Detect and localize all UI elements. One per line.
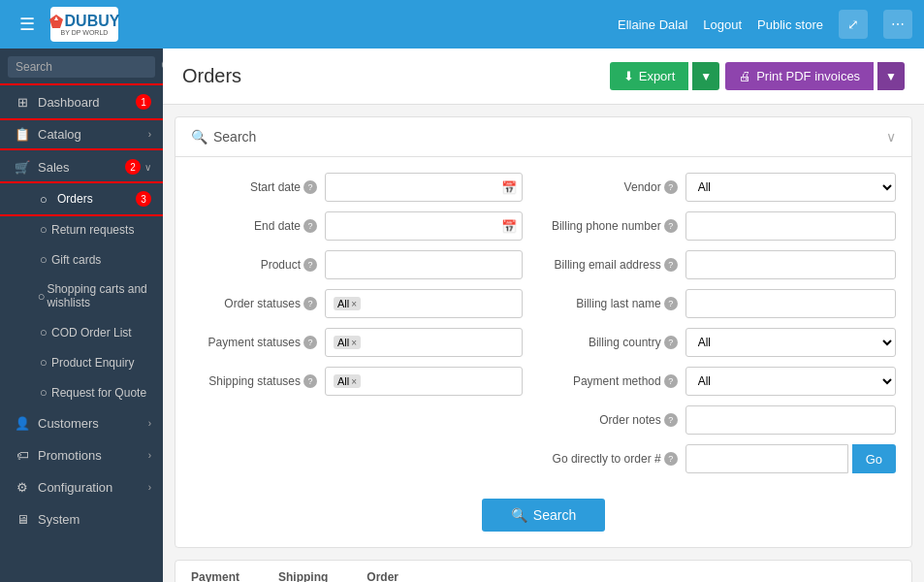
empty-left-row — [191, 405, 523, 435]
payment-statuses-help-icon[interactable]: ? — [303, 336, 317, 349]
sidebar-search-input[interactable] — [16, 60, 161, 74]
search-submit-button[interactable]: 🔍 Search — [482, 499, 605, 532]
go-directly-row: Go directly to order # ? Go — [552, 444, 896, 473]
payment-method-help-icon[interactable]: ? — [664, 374, 678, 388]
vendor-row: Vendor ? All — [552, 173, 896, 202]
product-help-icon[interactable]: ? — [303, 258, 317, 272]
sidebar-sub-item-return-requests[interactable]: ○ Return requests — [0, 214, 163, 244]
order-statuses-multiselect[interactable]: All × — [325, 289, 523, 318]
billing-country-select[interactable]: All — [685, 328, 896, 357]
sidebar-sub-item-rfq-label: Request for Quote — [51, 386, 146, 400]
configuration-chevron: › — [148, 482, 151, 493]
order-statuses-row: Order statuses ? All × — [191, 289, 523, 318]
sidebar-item-system-left: 🖥 System — [15, 512, 80, 527]
hamburger-button[interactable]: ☰ — [12, 10, 43, 39]
sidebar-item-promotions[interactable]: 🏷 Promotions › — [0, 439, 163, 471]
billing-phone-label: Billing phone number ? — [552, 219, 678, 233]
billing-phone-help-icon[interactable]: ? — [664, 219, 678, 233]
expand-icon-button[interactable]: ⤢ — [839, 10, 868, 39]
start-date-input[interactable] — [325, 173, 523, 202]
orders-badge: 3 — [136, 191, 151, 207]
print-dropdown-button[interactable]: ▼ — [877, 62, 905, 90]
logout-link[interactable]: Logout — [703, 17, 742, 32]
end-date-row: End date ? 📅 — [191, 211, 523, 241]
sidebar-item-sales[interactable]: 🛒 Sales 2 ∨ — [0, 150, 163, 183]
go-directly-help-icon[interactable]: ? — [664, 452, 678, 466]
product-row: Product ? — [191, 250, 523, 279]
vendor-help-icon[interactable]: ? — [664, 180, 678, 194]
sidebar-sub-item-shopping-carts[interactable]: ○ Shopping carts and wishlists — [0, 275, 163, 317]
shipping-statuses-tag-close[interactable]: × — [351, 376, 357, 387]
payment-method-select[interactable]: All — [685, 367, 896, 396]
more-options-button[interactable]: ⋯ — [883, 10, 912, 39]
sidebar-item-dashboard[interactable]: ⊞ Dashboard 1 — [0, 85, 163, 118]
order-statuses-tag: All × — [334, 297, 361, 310]
sidebar-item-dashboard-left: ⊞ Dashboard — [15, 95, 100, 110]
payment-statuses-tag-close[interactable]: × — [351, 338, 357, 348]
vendor-select[interactable]: All — [685, 173, 896, 202]
sidebar-item-configuration[interactable]: ⚙ Configuration › — [0, 471, 163, 503]
shipping-statuses-help-icon[interactable]: ? — [303, 374, 317, 388]
sidebar-sub-item-gift-cards[interactable]: ○ Gift cards — [0, 244, 163, 275]
billing-country-help-icon[interactable]: ? — [664, 336, 678, 349]
sidebar-item-configuration-label: Configuration — [38, 480, 112, 495]
order-notes-input[interactable] — [685, 405, 896, 435]
end-date-input[interactable] — [325, 211, 523, 241]
print-icon: 🖨 — [739, 69, 751, 83]
sidebar-sub-item-orders[interactable]: ○ Orders 3 — [0, 183, 163, 214]
public-store-link[interactable]: Public store — [757, 17, 823, 32]
sidebar-sub-item-cod[interactable]: ○ COD Order List — [0, 317, 163, 347]
product-input[interactable] — [325, 250, 523, 279]
sidebar-search-box[interactable]: 🔍 — [8, 56, 155, 78]
sidebar-sub-item-cod-label: COD Order List — [51, 326, 132, 340]
sidebar: 🔍 ⊞ Dashboard 1 📋 Catalog › 🛒 Sales — [0, 48, 163, 582]
logo: DUBUY BY DP WORLD — [50, 7, 118, 42]
payment-statuses-multiselect[interactable]: All × — [325, 328, 523, 357]
search-actions: 🔍 Search — [175, 489, 911, 547]
sidebar-sub-item-shopping-carts-label: Shopping carts and wishlists — [47, 282, 151, 309]
billing-lastname-input[interactable] — [685, 289, 896, 318]
order-notes-help-icon[interactable]: ? — [664, 413, 678, 427]
print-button[interactable]: 🖨 Print PDF invoices — [725, 62, 874, 90]
customers-chevron: › — [148, 418, 151, 429]
billing-lastname-help-icon[interactable]: ? — [664, 297, 678, 310]
sidebar-item-configuration-left: ⚙ Configuration — [15, 480, 112, 495]
sidebar-item-catalog[interactable]: 📋 Catalog › — [0, 118, 163, 150]
end-date-label: End date ? — [191, 219, 317, 233]
content-header: Orders ⬇ Export ▼ 🖨 Print PDF invoices ▼ — [163, 48, 924, 105]
billing-email-input[interactable] — [685, 250, 896, 279]
search-panel-header[interactable]: 🔍 Search ∨ — [175, 117, 911, 157]
sidebar-item-sales-left: 🛒 Sales — [15, 160, 70, 175]
sidebar-sub-item-rfq[interactable]: ○ Request for Quote — [0, 377, 163, 407]
order-statuses-tag-close[interactable]: × — [351, 299, 357, 309]
payment-col-header: Payment — [191, 570, 239, 582]
customers-icon: 👤 — [15, 416, 30, 431]
end-date-help-icon[interactable]: ? — [303, 219, 317, 233]
shipping-statuses-tag: All × — [334, 374, 361, 388]
search-submit-icon: 🔍 — [511, 507, 527, 523]
sidebar-sub-item-orders-label: Orders — [57, 192, 93, 206]
sales-right: 2 ∨ — [125, 159, 151, 175]
export-dropdown-button[interactable]: ▼ — [692, 62, 719, 90]
sidebar-sub-item-product-enquiry-label: Product Enquiry — [51, 356, 134, 370]
start-date-help-icon[interactable]: ? — [303, 180, 317, 194]
export-button[interactable]: ⬇ Export — [610, 62, 689, 90]
shipping-col-header: Shipping — [278, 570, 328, 582]
cod-icon: ○ — [36, 325, 51, 340]
sidebar-item-customers[interactable]: 👤 Customers › — [0, 407, 163, 439]
search-panel-title: 🔍 Search — [191, 129, 256, 145]
go-directly-input[interactable] — [685, 444, 848, 473]
shipping-statuses-multiselect[interactable]: All × — [325, 367, 523, 396]
table-hint: Payment Shipping Order — [175, 560, 912, 582]
order-statuses-help-icon[interactable]: ? — [303, 297, 317, 310]
billing-email-help-icon[interactable]: ? — [664, 258, 678, 272]
go-button[interactable]: Go — [852, 444, 896, 473]
logo-icon — [49, 15, 63, 28]
billing-phone-input[interactable] — [685, 211, 896, 241]
sidebar-sub-item-product-enquiry[interactable]: ○ Product Enquiry — [0, 347, 163, 377]
search-panel-icon: 🔍 — [191, 129, 207, 145]
sidebar-item-system[interactable]: 🖥 System — [0, 503, 163, 535]
sidebar-item-dashboard-label: Dashboard — [38, 95, 100, 110]
header-actions: ⬇ Export ▼ 🖨 Print PDF invoices ▼ — [610, 62, 905, 90]
sidebar-item-promotions-label: Promotions — [38, 448, 102, 463]
